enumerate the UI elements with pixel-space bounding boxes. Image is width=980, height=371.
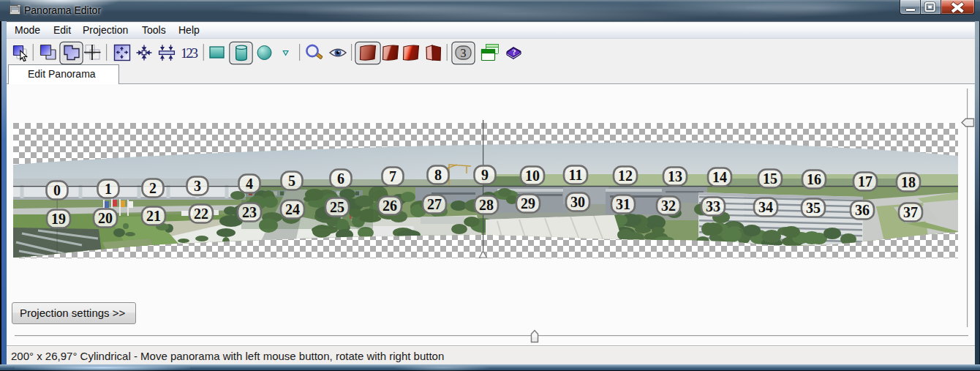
svg-text:30: 30 [570,194,585,210]
svg-text:123: 123 [181,45,198,61]
svg-text:36: 36 [855,202,870,218]
svg-text:23: 23 [242,204,257,220]
svg-text:24: 24 [285,201,300,217]
svg-text:27: 27 [427,196,442,212]
svg-text:25: 25 [330,199,344,215]
svg-text:2: 2 [149,180,157,196]
svg-text:20: 20 [98,210,113,226]
svg-text:22: 22 [194,206,208,222]
svg-text:6: 6 [337,170,344,187]
svg-text:9: 9 [481,167,489,183]
svg-text:8: 8 [434,167,442,183]
svg-text:18: 18 [901,174,916,190]
svg-text:3: 3 [461,47,467,59]
svg-text:16: 16 [807,171,821,187]
svg-text:35: 35 [806,200,821,216]
svg-text:33: 33 [706,198,720,214]
svg-text:7: 7 [389,168,396,184]
svg-text:13: 13 [668,168,682,184]
svg-text:1: 1 [105,181,112,197]
svg-text:4: 4 [246,176,253,192]
svg-text:5: 5 [288,173,295,189]
svg-text:34: 34 [758,199,773,215]
svg-text:21: 21 [146,208,161,224]
svg-text:28: 28 [479,197,494,213]
svg-text:?: ? [512,48,516,56]
svg-text:37: 37 [903,204,918,220]
svg-text:14: 14 [712,169,727,185]
svg-text:17: 17 [858,173,872,190]
svg-text:19: 19 [51,211,66,227]
svg-text:26: 26 [382,198,397,214]
svg-text:3: 3 [194,178,201,194]
svg-text:31: 31 [616,196,630,212]
svg-text:32: 32 [661,198,676,214]
svg-text:0: 0 [53,182,61,198]
svg-text:29: 29 [521,195,535,211]
svg-text:11: 11 [569,167,583,183]
svg-text:15: 15 [763,170,777,187]
svg-text:12: 12 [618,168,633,184]
svg-text:10: 10 [525,168,540,184]
